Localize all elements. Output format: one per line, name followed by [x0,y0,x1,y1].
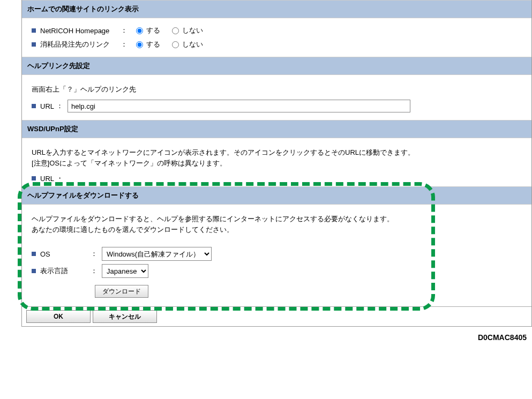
bullet-icon [32,42,36,47]
radio-consumables-no[interactable] [172,41,179,48]
label-consumables: 消耗品発注先のリンク [40,40,121,49]
radio-netricoh-yes[interactable] [136,27,143,34]
footer-button-row: OK キャンセル [22,306,531,326]
footer-code: D0CMAC8405 [0,327,532,342]
field-row-netricoh: NetRICOH Homepage ： する しない [32,24,522,37]
bullet-icon [32,176,36,180]
bullet-icon [32,104,36,108]
field-row-wsd-url-partial: URL ・ [32,171,522,185]
section-header-help-download: ヘルプファイルをダウンロードする [22,186,531,205]
ok-button[interactable]: OK [26,310,91,323]
bullet-icon [32,252,36,256]
select-os[interactable]: Windows(自己解凍ファイル） [102,247,212,261]
section-content-home-links: NetRICOH Homepage ： する しない 消耗品発注先のリンク ： … [22,18,531,57]
help-download-desc2: あなたの環境に適したものを選んでダウンロードしてください。 [32,225,522,235]
field-row-os: OS ： Windows(自己解凍ファイル） [32,245,522,262]
radio-label-consumables-yes[interactable]: する [146,40,160,49]
label-wsd-url: URL [40,175,54,183]
field-row-help-url: URL ： [32,97,522,115]
bullet-icon [32,28,36,33]
wsd-desc2: [注意]OSによって「マイネットワーク」の呼称は異なります。 [32,159,522,168]
radio-label-netricoh-yes[interactable]: する [146,26,160,35]
label-url: URL [40,102,54,110]
input-help-url[interactable] [68,100,410,112]
section-content-help-link: 画面右上「？」ヘルプのリンク先 URL ： [22,75,531,120]
field-row-lang: 表示言語 ： Japanese [32,262,522,280]
radio-label-consumables-no[interactable]: しない [182,40,203,49]
download-button-row: ダウンロード [32,280,522,301]
section-content-help-download: ヘルプファイルをダウンロードすると、ヘルプを参照する際にインターネットにアクセス… [22,205,531,306]
section-header-help-link: ヘルプリンク先設定 [22,57,531,75]
highlighted-section: ヘルプファイルをダウンロードする ヘルプファイルをダウンロードすると、ヘルプを参… [22,186,531,306]
select-lang[interactable]: Japanese [102,264,148,278]
label-os: OS [40,250,50,258]
field-row-consumables: 消耗品発注先のリンク ： する しない [32,37,522,51]
section-header-wsd-upnp: WSD/UPnP設定 [22,120,531,138]
wsd-desc1: URLを入力するとマイネットワークにアイコンが表示されます。そのアイコンをクリッ… [32,148,522,157]
help-link-desc: 画面右上「？」ヘルプのリンク先 [32,85,522,94]
label-netricoh: NetRICOH Homepage [40,27,121,35]
label-lang: 表示言語 [40,266,68,276]
help-download-desc1: ヘルプファイルをダウンロードすると、ヘルプを参照する際にインターネットにアクセス… [32,214,522,224]
bullet-icon [32,269,36,273]
settings-panel: ホームでの関連サイトのリンク表示 NetRICOH Homepage ： する … [21,0,532,327]
section-header-home-links: ホームでの関連サイトのリンク表示 [22,0,531,18]
radio-netricoh-no[interactable] [172,27,179,34]
radio-consumables-yes[interactable] [136,41,143,48]
download-button[interactable]: ダウンロード [95,285,148,298]
cancel-button[interactable]: キャンセル [93,310,157,323]
section-content-wsd-upnp: URLを入力するとマイネットワークにアイコンが表示されます。そのアイコンをクリッ… [22,138,531,185]
radio-label-netricoh-no[interactable]: しない [182,26,203,35]
